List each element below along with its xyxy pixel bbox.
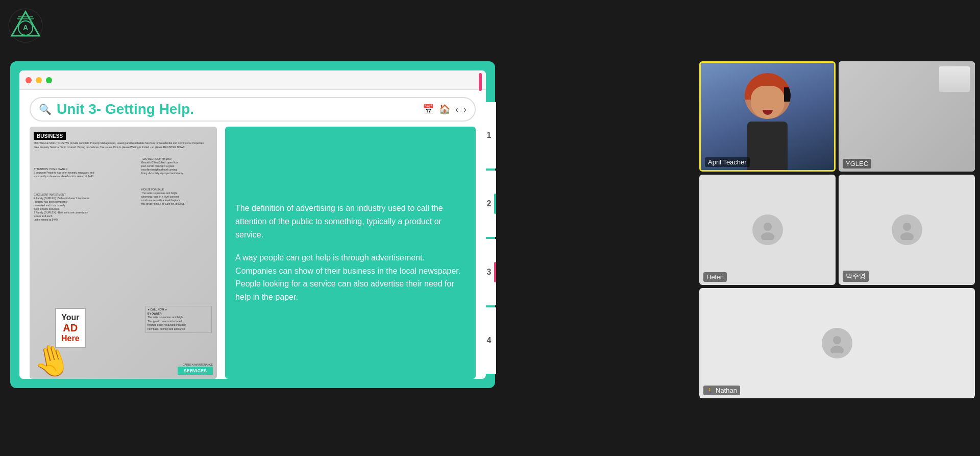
page-num-2[interactable]: 2 bbox=[482, 171, 496, 237]
teacher-mouth bbox=[763, 110, 773, 115]
progress-bar-pink bbox=[479, 73, 482, 91]
svg-point-10 bbox=[900, 232, 914, 240]
yglec-bg bbox=[839, 61, 975, 172]
app-logo: A E bbox=[8, 8, 43, 43]
forward-icon[interactable]: › bbox=[463, 104, 467, 115]
content-text-area: The definition of advertising is an indu… bbox=[225, 127, 476, 379]
video-tile-helen: Helen bbox=[699, 175, 836, 285]
video-tile-april: April Teacher bbox=[699, 61, 836, 172]
svg-point-7 bbox=[764, 223, 772, 231]
nathan-mic-off-icon: 🚶 bbox=[706, 387, 714, 394]
helen-avatar bbox=[752, 214, 783, 245]
newspaper-house-for-sale: HOUSE FOR SALE The suite is spacious and… bbox=[141, 188, 213, 206]
page-num-4[interactable]: 4 bbox=[482, 307, 496, 374]
april-label: April Teacher bbox=[705, 157, 750, 167]
business-header: BUSINESS bbox=[34, 132, 66, 140]
video-tile-nathan: 🚶 Nathan bbox=[699, 288, 975, 398]
newspaper-lines-1: MORTGAGE SOLUTIONS! We provide complete … bbox=[34, 141, 213, 149]
slide-title: Unit 3- Getting Help. bbox=[57, 101, 418, 117]
yglec-label: YGLEC bbox=[843, 159, 871, 169]
browser-bar bbox=[19, 70, 486, 90]
newspaper-image: BUSINESS MORTGAGE SOLUTIONS! We provide … bbox=[30, 127, 217, 379]
april-label-text: April Teacher bbox=[708, 158, 747, 166]
newspaper-investment-ad: EXCELLENT INVESTMENT 2 Family (DUPLEX): … bbox=[34, 193, 95, 222]
home-icon[interactable]: 🏠 bbox=[439, 104, 450, 115]
dot-red[interactable] bbox=[26, 77, 32, 83]
parkjooyoung-avatar bbox=[892, 214, 922, 245]
helen-label: Helen bbox=[703, 272, 727, 282]
back-icon[interactable]: ‹ bbox=[455, 104, 458, 115]
teacher-face bbox=[751, 86, 785, 119]
newspaper-area: BUSINESS MORTGAGE SOLUTIONS! We provide … bbox=[30, 127, 217, 379]
svg-text:A: A bbox=[23, 23, 28, 32]
definition-text: The definition of advertising is an indu… bbox=[235, 202, 465, 241]
parkjooyoung-label: 박주영 bbox=[843, 271, 869, 282]
yglec-label-text: YGLEC bbox=[846, 160, 868, 167]
search-icon: 🔍 bbox=[39, 103, 52, 115]
video-tile-yglec: YGLEC bbox=[839, 61, 975, 172]
svg-point-12 bbox=[830, 346, 844, 353]
page-numbers: 1 2 3 4 bbox=[482, 102, 496, 376]
by-owner-ad: ★ CALL NOW ★ BY OWNER The suite is spaci… bbox=[145, 306, 212, 333]
video-grid: April Teacher YGLEC Helen bbox=[699, 61, 975, 398]
way-text: A way people can get help is through adv… bbox=[235, 251, 465, 303]
page-num-1[interactable]: 1 bbox=[482, 102, 496, 169]
helen-label-text: Helen bbox=[706, 273, 724, 281]
services-bar: SERVICES bbox=[178, 367, 213, 375]
dot-yellow[interactable] bbox=[36, 77, 42, 83]
svg-text:E: E bbox=[24, 33, 27, 37]
teacher-video-bg bbox=[701, 63, 834, 170]
parkjooyoung-label-text: 박주영 bbox=[846, 272, 866, 281]
nav-icons: 📅 🏠 ‹ › bbox=[423, 104, 467, 115]
svg-point-11 bbox=[833, 336, 841, 344]
teacher-headset bbox=[784, 87, 791, 102]
slide-container: 🔍 Unit 3- Getting Help. 📅 🏠 ‹ › BUS bbox=[19, 70, 486, 379]
nathan-label: 🚶 Nathan bbox=[703, 386, 740, 395]
calendar-icon[interactable]: 📅 bbox=[423, 104, 434, 115]
newspaper-attention-ad: ATTENTION: HOME OWNER 2 bedroom Property… bbox=[34, 167, 95, 178]
search-bar[interactable]: 🔍 Unit 3- Getting Help. 📅 🏠 ‹ › bbox=[30, 97, 476, 122]
garden-maintenance: GARDEN MAINTENANCE bbox=[183, 363, 213, 366]
newspaper-bedroom-ad: TWO BEDROOM for $800 Beautiful 2 bed/2 b… bbox=[141, 157, 213, 175]
nathan-label-text: Nathan bbox=[716, 387, 737, 394]
yglec-room bbox=[939, 66, 970, 92]
presentation-area: 🔍 Unit 3- Getting Help. 📅 🏠 ‹ › BUS bbox=[10, 61, 495, 388]
page-num-3[interactable]: 3 bbox=[482, 239, 496, 305]
teacher-body bbox=[747, 122, 787, 170]
teacher-head bbox=[745, 73, 791, 119]
nathan-avatar bbox=[822, 328, 852, 358]
slide-body: BUSINESS MORTGAGE SOLUTIONS! We provide … bbox=[19, 127, 486, 379]
video-tile-parkjooyoung: 박주영 bbox=[839, 175, 975, 285]
svg-point-9 bbox=[903, 223, 911, 231]
svg-point-8 bbox=[761, 232, 774, 240]
dot-green[interactable] bbox=[46, 77, 52, 83]
